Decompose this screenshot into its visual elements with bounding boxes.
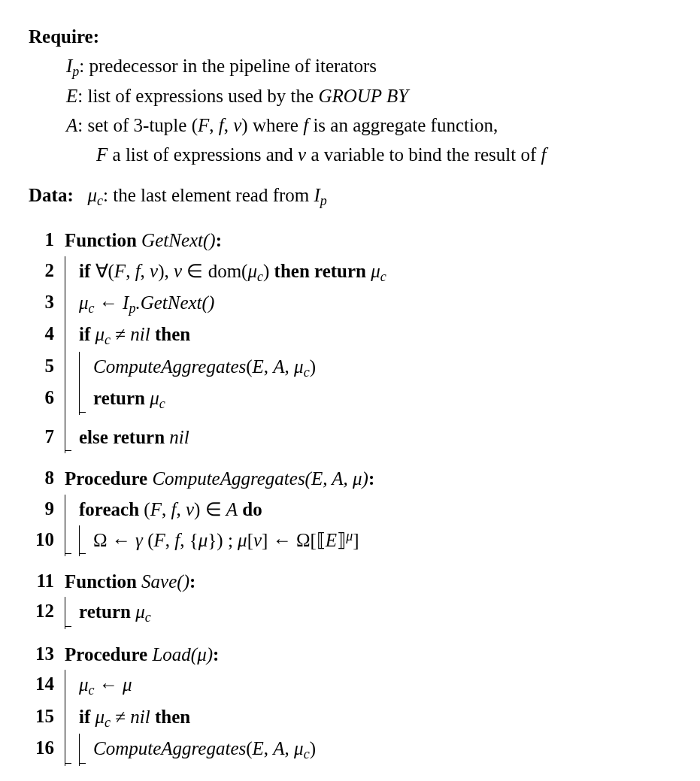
line-11: 11 Function Save(): [29, 567, 674, 598]
line-5: 5 ComputeAggregates(E, A, μc) [29, 352, 674, 383]
line-6: 6 return μc [29, 383, 674, 415]
line-8: 8 Procedure ComputeAggregates(E, A, μ): [29, 464, 674, 495]
line-3: 3 μc ← Ip.GetNext() [29, 288, 674, 319]
require-title: Require: [29, 23, 674, 52]
line-13: 13 Procedure Load(μ): [29, 640, 674, 671]
require-a2: F a list of expressions and v a variable… [29, 141, 674, 170]
line-7: 7 else return nil [29, 422, 674, 453]
require-block: Require: Ip: predecessor in the pipeline… [29, 23, 674, 169]
line-6-gap [29, 415, 674, 422]
line-10: 10 Ω ← γ (F, f, {μ}) ; μ[v] ← Ω[⟦E⟧μ] [29, 525, 674, 556]
line-12: 12 return μc [29, 597, 674, 628]
require-ip: Ip: predecessor in the pipeline of itera… [29, 52, 674, 82]
line-2: 2 if ∀(F, f, v), v ∈ dom(μc) then return… [29, 256, 674, 288]
require-e: E: list of expressions used by the GROUP… [29, 82, 674, 111]
line-15: 15 if μc ≠ nil then [29, 702, 674, 734]
line-1: 1 Function GetNext(): [29, 226, 674, 256]
line-14: 14 μc ← μ [29, 670, 674, 701]
data-block: Data: μc: the last element read from Ip [29, 181, 674, 211]
line-16: 16 ComputeAggregates(E, A, μc) [29, 734, 674, 765]
line-4: 4 if μc ≠ nil then [29, 319, 674, 351]
require-a1: A: set of 3-tuple (F, f, v) where f is a… [29, 111, 674, 141]
line-9: 9 foreach (F, f, v) ∈ A do [29, 495, 674, 525]
